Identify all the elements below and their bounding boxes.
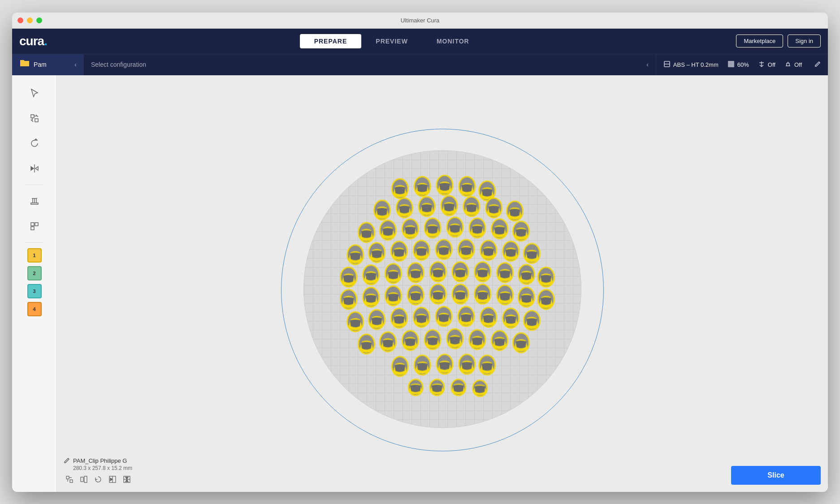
color-chip-4[interactable]: 4	[27, 302, 42, 316]
project-name: Pam	[34, 61, 71, 68]
window-controls	[17, 17, 42, 23]
signin-button[interactable]: Sign in	[788, 34, 821, 47]
tool-rotate[interactable]	[24, 133, 45, 154]
main-content: 1 2 3 4	[12, 75, 828, 492]
color-chip-1[interactable]: 1	[27, 248, 42, 263]
nav-tabs: PREPARE PREVIEW MONITOR	[56, 34, 727, 48]
adhesion-label: Off	[794, 61, 802, 68]
support-icon	[758, 60, 765, 69]
svg-marker-26	[35, 167, 38, 170]
viewport[interactable]: PAM_Clip Philippe G 280.3 x 257.8 x 15.2…	[57, 75, 828, 492]
transform-icon-4[interactable]	[107, 474, 118, 485]
tool-per-model[interactable]	[24, 215, 45, 237]
slice-button-container: Slice	[731, 466, 821, 485]
svg-marker-118	[110, 478, 113, 481]
color-chip-4-label: 4	[33, 306, 35, 312]
material-icon	[663, 60, 671, 69]
edit-icon[interactable]	[814, 61, 821, 69]
minimize-button[interactable]	[27, 17, 33, 23]
toolbar: Pam ‹ Select configuration ‹ ABS – HT 0.…	[12, 54, 828, 75]
pencil-icon	[64, 457, 70, 464]
color-chip-2-label: 2	[33, 271, 35, 276]
toolbar-settings: ABS – HT 0.2mm 60%	[656, 54, 828, 75]
svg-rect-33	[35, 223, 38, 226]
model-svg	[304, 151, 581, 427]
svg-rect-34	[31, 227, 34, 230]
material-setting[interactable]: ABS – HT 0.2mm	[663, 60, 719, 69]
sidebar-divider-1	[26, 185, 43, 185]
build-plate	[303, 150, 581, 428]
svg-rect-19	[35, 119, 38, 122]
tab-prepare[interactable]: PREPARE	[300, 34, 362, 48]
transform-icon-3[interactable]	[93, 474, 104, 485]
color-chip-3[interactable]: 3	[27, 284, 42, 298]
window-title: Ultimaker Cura	[401, 17, 440, 24]
tool-scale[interactable]	[24, 108, 45, 129]
adhesion-icon	[784, 60, 792, 69]
maximize-button[interactable]	[36, 17, 42, 23]
transform-icon-5[interactable]	[121, 474, 132, 485]
svg-rect-27	[31, 203, 38, 204]
app-window: Ultimaker Cura cura. PREPARE PREVIEW MON…	[12, 13, 828, 492]
svg-marker-122	[126, 479, 128, 482]
marketplace-button[interactable]: Marketplace	[736, 34, 783, 47]
tool-select[interactable]	[24, 82, 45, 104]
svg-rect-111	[70, 480, 73, 482]
toolbar-config[interactable]: Select configuration ‹	[84, 54, 656, 75]
logo-text: cura.	[19, 34, 47, 48]
close-button[interactable]	[17, 17, 23, 23]
svg-rect-32	[31, 223, 34, 226]
tab-preview[interactable]: PREVIEW	[361, 34, 422, 48]
logo: cura.	[19, 34, 47, 48]
config-chevron[interactable]: ‹	[646, 61, 649, 68]
support-setting[interactable]: Off	[758, 60, 775, 69]
adhesion-setting[interactable]: Off	[784, 60, 802, 69]
tab-monitor[interactable]: MONITOR	[422, 34, 484, 48]
config-text: Select configuration	[91, 61, 146, 68]
folder-icon[interactable]	[19, 59, 30, 70]
model-name: PAM_Clip Philippe G	[73, 457, 127, 464]
transform-icon-2[interactable]	[78, 474, 89, 485]
svg-rect-18	[31, 115, 34, 118]
models-container	[304, 151, 581, 427]
toolbar-file: Pam ‹	[12, 54, 84, 75]
model-dimensions: 280.3 x 257.8 x 15.2 mm	[64, 465, 132, 471]
material-label: ABS – HT 0.2mm	[673, 61, 719, 68]
slice-button[interactable]: Slice	[731, 466, 821, 485]
svg-rect-110	[66, 476, 69, 479]
transform-icons-row	[64, 474, 132, 485]
support-label: Off	[768, 61, 775, 68]
svg-rect-115	[84, 476, 87, 482]
tool-mirror[interactable]	[24, 158, 45, 179]
project-chevron[interactable]: ‹	[74, 61, 77, 68]
model-name-row: PAM_Clip Philippe G	[64, 457, 132, 464]
color-chip-2[interactable]: 2	[27, 266, 42, 280]
header-nav: cura. PREPARE PREVIEW MONITOR Marketplac…	[12, 29, 828, 54]
title-bar: Ultimaker Cura	[12, 13, 828, 29]
left-sidebar: 1 2 3 4	[12, 75, 57, 492]
infill-pct: 60%	[737, 61, 749, 68]
build-surface	[303, 150, 581, 428]
nav-right: Marketplace Sign in	[736, 34, 821, 47]
infill-icon	[727, 60, 735, 69]
transform-icon-1[interactable]	[64, 474, 75, 485]
color-chip-3-label: 3	[33, 289, 35, 294]
svg-marker-25	[31, 167, 34, 170]
bottom-info-bar: PAM_Clip Philippe G 280.3 x 257.8 x 15.2…	[64, 457, 132, 485]
sidebar-divider-2	[26, 242, 43, 243]
tool-support[interactable]	[24, 190, 45, 212]
color-chip-1-label: 1	[33, 253, 35, 258]
svg-rect-114	[81, 477, 83, 482]
infill-setting[interactable]: 60%	[727, 60, 749, 69]
